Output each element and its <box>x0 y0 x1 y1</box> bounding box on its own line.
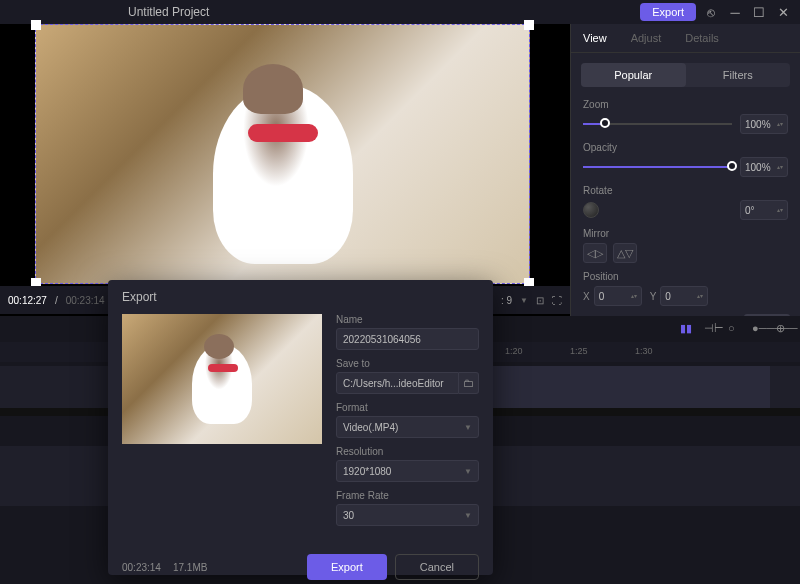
properties-panel: View Adjust Details Popular Filters Zoom… <box>570 24 800 316</box>
fullscreen-icon[interactable]: ⛶ <box>552 295 562 306</box>
marker-icon[interactable]: ▮▮ <box>680 322 694 336</box>
titlebar: Untitled Project Export ⎋ ─ ☐ ✕ <box>0 0 800 24</box>
export-button[interactable]: Export <box>640 3 696 21</box>
circle-icon[interactable]: ○ <box>728 322 742 336</box>
pos-x-value[interactable]: 0▴▾ <box>594 286 642 306</box>
tab-details[interactable]: Details <box>673 24 731 52</box>
dialog-cancel-button[interactable]: Cancel <box>395 554 479 580</box>
ruler-mark: 1:30 <box>635 346 653 356</box>
rotate-value[interactable]: 0°▴▾ <box>740 200 788 220</box>
time-current: 00:12:27 <box>8 295 47 306</box>
format-select[interactable]: Video(.MP4)▼ <box>336 416 479 438</box>
zoom-value[interactable]: 100%▴▾ <box>740 114 788 134</box>
ruler-mark: 1:25 <box>570 346 588 356</box>
chevron-down-icon[interactable]: ▼ <box>520 296 528 305</box>
ruler-mark: 1:20 <box>505 346 523 356</box>
minimize-icon[interactable]: ─ <box>726 3 744 21</box>
export-dialog: Export Name Save to 🗀 Format Video(.MP4)… <box>108 280 493 575</box>
opacity-slider[interactable] <box>583 166 732 168</box>
rotate-dial[interactable] <box>583 202 599 218</box>
name-label: Name <box>336 314 479 325</box>
dialog-title: Export <box>122 290 479 304</box>
pos-y-value[interactable]: 0▴▾ <box>660 286 708 306</box>
close-icon[interactable]: ✕ <box>774 3 792 21</box>
preview-viewport[interactable]: 00:12:27 / 00:23:14 : 9 ▼ ⊡ ⛶ <box>0 24 570 316</box>
opacity-label: Opacity <box>583 142 788 153</box>
tab-view[interactable]: View <box>571 24 619 52</box>
framerate-label: Frame Rate <box>336 490 479 501</box>
mirror-label: Mirror <box>583 228 788 239</box>
crop-icon[interactable]: ⊡ <box>536 295 544 306</box>
zoom-slider[interactable] <box>583 123 732 125</box>
export-size: 17.1MB <box>173 562 207 573</box>
name-input[interactable] <box>336 328 479 350</box>
mirror-vertical-icon[interactable]: △▽ <box>613 243 637 263</box>
export-thumbnail <box>122 314 322 444</box>
pos-x-label: X <box>583 291 590 302</box>
zoom-label: Zoom <box>583 99 788 110</box>
subtab-popular[interactable]: Popular <box>581 63 686 87</box>
zoom-in-icon[interactable]: ⊕ <box>776 322 790 336</box>
mirror-horizontal-icon[interactable]: ◁▷ <box>583 243 607 263</box>
preview-zoom: : 9 <box>501 295 512 306</box>
resolution-label: Resolution <box>336 446 479 457</box>
zoom-slider-icon[interactable]: ●───── <box>752 322 766 336</box>
tab-adjust[interactable]: Adjust <box>619 24 674 52</box>
framerate-select[interactable]: 30▼ <box>336 504 479 526</box>
folder-icon[interactable]: 🗀 <box>459 372 479 394</box>
time-total: 00:23:14 <box>66 295 105 306</box>
pos-y-label: Y <box>650 291 657 302</box>
saveto-input[interactable] <box>336 372 459 394</box>
subtab-filters[interactable]: Filters <box>686 63 791 87</box>
split-icon[interactable]: ⊣⊢ <box>704 322 718 336</box>
export-duration: 00:23:14 <box>122 562 161 573</box>
project-title: Untitled Project <box>128 5 209 19</box>
format-label: Format <box>336 402 479 413</box>
maximize-icon[interactable]: ☐ <box>750 3 768 21</box>
video-frame[interactable] <box>35 24 530 284</box>
opacity-value[interactable]: 100%▴▾ <box>740 157 788 177</box>
dialog-export-button[interactable]: Export <box>307 554 387 580</box>
saveto-label: Save to <box>336 358 479 369</box>
cart-icon[interactable]: ⎋ <box>702 3 720 21</box>
rotate-label: Rotate <box>583 185 788 196</box>
resolution-select[interactable]: 1920*1080▼ <box>336 460 479 482</box>
position-label: Position <box>583 271 788 282</box>
